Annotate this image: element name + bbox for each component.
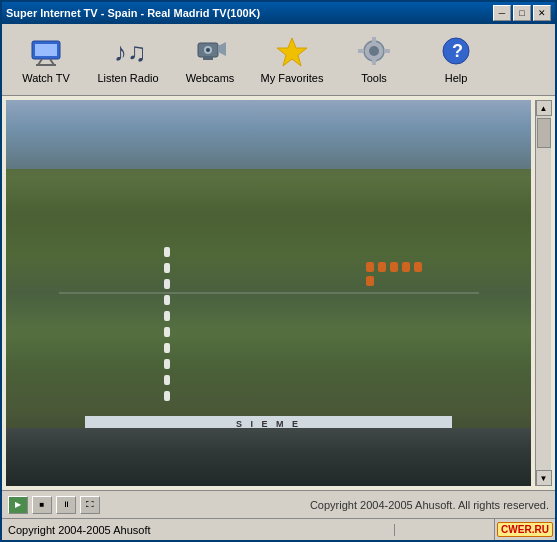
player-white [164, 311, 170, 321]
webcams-button[interactable]: Webcams [170, 28, 250, 92]
status-bar: Copyright 2004-2005 Ahusoft CWER.RU [2, 518, 555, 540]
player-white [164, 247, 170, 257]
svg-text:♪♫: ♪♫ [114, 37, 146, 67]
play-button[interactable]: ▶ [8, 496, 28, 514]
tv-icon [28, 33, 64, 69]
my-favorites-label: My Favorites [261, 72, 324, 85]
player-orange [366, 276, 374, 286]
tools-label: Tools [361, 72, 387, 85]
player-white [164, 343, 170, 353]
crowd-top [6, 100, 531, 169]
player-white [164, 391, 170, 401]
cwer-logo: CWER.RU [497, 522, 553, 537]
svg-rect-1 [35, 44, 57, 56]
radio-icon: ♪♫ [110, 33, 146, 69]
help-button[interactable]: ? Help [416, 28, 496, 92]
players-white [164, 247, 170, 401]
listen-radio-label: Listen Radio [97, 72, 158, 85]
content-area: S I E M E ▲ ▼ [2, 96, 555, 490]
player-white [164, 263, 170, 273]
help-label: Help [445, 72, 468, 85]
svg-rect-10 [203, 57, 213, 60]
copyright-text: Copyright 2004-2005 Ahusoft. All rights … [104, 499, 549, 511]
tools-icon [356, 33, 392, 69]
scroll-down-arrow[interactable]: ▼ [536, 470, 552, 486]
player-orange [402, 262, 410, 272]
player-white [164, 359, 170, 369]
close-button[interactable]: ✕ [533, 5, 551, 21]
title-bar-controls: ─ □ ✕ [493, 5, 551, 21]
svg-text:?: ? [452, 41, 463, 61]
toolbar: Watch TV ♪♫ Listen Radio Webcams [2, 24, 555, 96]
window-title: Super Internet TV - Spain - Real Madrid … [6, 7, 260, 19]
status-middle [395, 519, 495, 540]
title-bar: Super Internet TV - Spain - Real Madrid … [2, 2, 555, 24]
tools-button[interactable]: Tools [334, 28, 414, 92]
maximize-button[interactable]: □ [513, 5, 531, 21]
video-field: S I E M E [6, 100, 531, 486]
svg-rect-15 [372, 59, 376, 65]
video-panel: S I E M E [6, 100, 531, 486]
controls-bar: ▶ ■ ⏸ ⛶ Copyright 2004-2005 Ahusoft. All… [2, 490, 555, 518]
minimize-button[interactable]: ─ [493, 5, 511, 21]
crowd-bottom [6, 428, 531, 486]
players-orange [366, 262, 426, 286]
player-orange [390, 262, 398, 272]
webcam-icon [192, 33, 228, 69]
player-white [164, 327, 170, 337]
scroll-thumb[interactable] [537, 118, 551, 148]
status-text: Copyright 2004-2005 Ahusoft [2, 524, 395, 536]
scrollbar[interactable]: ▲ ▼ [535, 100, 551, 486]
stop-button[interactable]: ■ [32, 496, 52, 514]
star-icon [274, 33, 310, 69]
watch-tv-label: Watch TV [22, 72, 70, 85]
svg-marker-9 [218, 42, 226, 56]
pause-button[interactable]: ⏸ [56, 496, 76, 514]
fullscreen-button[interactable]: ⛶ [80, 496, 100, 514]
player-white [164, 295, 170, 305]
svg-rect-17 [384, 49, 390, 53]
svg-point-8 [206, 48, 210, 52]
svg-marker-11 [277, 38, 307, 66]
svg-rect-14 [372, 37, 376, 43]
help-icon: ? [438, 33, 474, 69]
player-orange [414, 262, 422, 272]
player-white [164, 375, 170, 385]
my-favorites-button[interactable]: My Favorites [252, 28, 332, 92]
player-orange [378, 262, 386, 272]
scroll-up-arrow[interactable]: ▲ [536, 100, 552, 116]
watch-tv-button[interactable]: Watch TV [6, 28, 86, 92]
player-white [164, 279, 170, 289]
listen-radio-button[interactable]: ♪♫ Listen Radio [88, 28, 168, 92]
svg-point-13 [369, 46, 379, 56]
status-right: CWER.RU [495, 522, 555, 537]
main-window: Super Internet TV - Spain - Real Madrid … [0, 0, 557, 542]
video-screen: S I E M E [6, 100, 531, 486]
player-orange [366, 262, 374, 272]
webcams-label: Webcams [186, 72, 235, 85]
svg-rect-16 [358, 49, 364, 53]
